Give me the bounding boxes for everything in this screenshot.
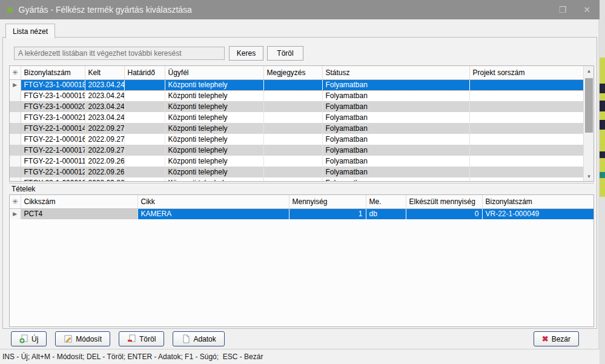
cell-ugyfel[interactable]: Központi telephely <box>165 101 263 112</box>
order-row[interactable]: FTGY-22-1-0000162022.09.27.Központi tele… <box>10 134 583 145</box>
maximize-button[interactable]: ❒ <box>555 2 570 18</box>
cell-kelt[interactable]: 2022.09.26. <box>85 177 124 182</box>
order-row[interactable]: FTGY-23-1-0000212023.04.24.Központi tele… <box>10 112 583 123</box>
cell-bizonylatszam[interactable]: FTGY-22-1-000011 <box>21 156 85 167</box>
order-row[interactable]: FTGY-23-1-0000202023.04.24.Központi tele… <box>10 101 583 112</box>
cell-hatarido[interactable] <box>124 101 165 112</box>
cell-kelt[interactable]: 2022.09.27. <box>85 145 124 156</box>
cell-kelt[interactable]: 2022.09.26. <box>85 167 124 177</box>
cell-kelt[interactable]: 2023.04.24. <box>85 112 124 123</box>
cell-hatarido[interactable] <box>124 90 165 101</box>
cell-cikk[interactable]: KAMERA <box>137 208 289 219</box>
cell-megjegyzes[interactable] <box>263 112 322 123</box>
data-button[interactable]: Adatok <box>173 331 224 346</box>
cell-kelt[interactable]: 2023.04.24. <box>85 79 124 90</box>
column-header[interactable]: Me. <box>366 195 406 208</box>
cell-bizonylatszam[interactable]: FTGY-23-1-000019 <box>21 90 85 101</box>
cell-bizonylatszam[interactable]: FTGY-22-1-000017 <box>21 145 85 156</box>
order-row[interactable]: FTGY-23-1-0000192023.04.24.Központi tele… <box>10 90 583 101</box>
cell-statusz[interactable]: Folyamatban <box>322 90 469 101</box>
cell-ugyfel[interactable]: Központi telephely <box>165 177 263 182</box>
order-row[interactable]: FTGY-22-1-0000172022.09.27.Központi tele… <box>10 145 583 156</box>
cell-ugyfel[interactable]: Központi telephely <box>165 156 263 167</box>
cell-me[interactable]: db <box>366 208 406 219</box>
cell-projekt[interactable] <box>469 134 583 145</box>
cell-kelt[interactable]: 2022.09.27. <box>85 134 124 145</box>
cell-statusz[interactable]: Folyamatban <box>322 145 469 156</box>
cell-kelt[interactable]: 2023.04.24. <box>85 101 124 112</box>
cell-statusz[interactable]: Folyamatban <box>322 101 469 112</box>
item-row[interactable]: ▶PCT4KAMERA1db0VR-22-1-000049 <box>10 208 593 219</box>
cell-statusz[interactable]: Folyamatban <box>322 79 469 90</box>
cell-hatarido[interactable] <box>124 156 165 167</box>
column-header[interactable]: Státusz <box>322 66 469 79</box>
cell-bizonylatszam[interactable]: FTGY-22-1-000012 <box>21 167 85 177</box>
cell-projekt[interactable] <box>469 112 583 123</box>
cell-hatarido[interactable] <box>124 134 165 145</box>
cell-megjegyzes[interactable] <box>263 101 322 112</box>
cell-megjegyzes[interactable] <box>263 123 322 134</box>
cell-bizonylatszam[interactable]: FTGY-23-1-000021 <box>21 112 85 123</box>
scroll-up-icon[interactable]: ▲ <box>584 66 594 76</box>
order-row[interactable]: ▶FTGY-23-1-0000182023.04.24.Központi tel… <box>10 79 583 90</box>
cell-projekt[interactable] <box>469 101 583 112</box>
cell-kelt[interactable]: 2023.04.24. <box>85 90 124 101</box>
cell-hatarido[interactable] <box>124 145 165 156</box>
cell-projekt[interactable] <box>469 145 583 156</box>
cell-bizonylatszam[interactable]: FTGY-22-1-000016 <box>21 134 85 145</box>
cell-hatarido[interactable] <box>124 167 165 177</box>
cell-projekt[interactable] <box>469 90 583 101</box>
cell-megjegyzes[interactable] <box>263 156 322 167</box>
column-header[interactable]: Bizonylatszám <box>21 66 85 79</box>
cell-megjegyzes[interactable] <box>263 90 322 101</box>
close-dialog-button[interactable]: ✖ Bezár <box>534 331 579 346</box>
cell-projekt[interactable] <box>469 123 583 134</box>
column-header[interactable]: Cikk <box>137 195 289 208</box>
cell-ugyfel[interactable]: Központi telephely <box>165 123 263 134</box>
cell-megjegyzes[interactable] <box>263 177 322 182</box>
clear-search-button[interactable]: Töröl <box>267 46 303 61</box>
cell-ugyfel[interactable]: Központi telephely <box>165 90 263 101</box>
column-header[interactable]: Mennyiség <box>289 195 366 208</box>
cell-statusz[interactable]: Folyamatban <box>322 112 469 123</box>
scrollbar-thumb[interactable] <box>585 78 593 133</box>
column-header[interactable]: Bizonylatszám <box>482 195 593 208</box>
cell-statusz[interactable]: Folyamatban <box>322 177 469 182</box>
cell-hatarido[interactable] <box>124 112 165 123</box>
cell-ugyfel[interactable]: Központi telephely <box>165 112 263 123</box>
cell-ugyfel[interactable]: Központi telephely <box>165 79 263 90</box>
cell-megjegyzes[interactable] <box>263 167 322 177</box>
cell-megjegyzes[interactable] <box>263 79 322 90</box>
cell-statusz[interactable]: Folyamatban <box>322 167 469 177</box>
order-row[interactable]: FTGY-22-1-0000112022.09.26.Központi tele… <box>10 156 583 167</box>
search-input[interactable]: A lekérdezett listában itt végezhet tová… <box>14 47 225 60</box>
cell-ugyfel[interactable]: Központi telephely <box>165 134 263 145</box>
column-header[interactable]: Határidő <box>124 66 165 79</box>
cell-hatarido[interactable] <box>124 79 165 90</box>
vertical-scrollbar[interactable]: ▲ ▼ <box>583 66 593 181</box>
cell-projekt[interactable] <box>469 79 583 90</box>
order-row[interactable]: FTGY-22-1-0000142022.09.27.Központi tele… <box>10 123 583 134</box>
cell-ugyfel[interactable]: Központi telephely <box>165 145 263 156</box>
cell-statusz[interactable]: Folyamatban <box>322 134 469 145</box>
cell-cikkszam[interactable]: PCT4 <box>21 208 137 219</box>
cell-statusz[interactable]: Folyamatban <box>322 156 469 167</box>
column-header[interactable]: Cikkszám <box>21 195 137 208</box>
cell-bizonylatszam[interactable]: FTGY-22-1-000013 <box>21 177 85 182</box>
cell-ugyfel[interactable]: Központi telephely <box>165 167 263 177</box>
cell-megjegyzes[interactable] <box>263 134 322 145</box>
new-button[interactable]: Új <box>11 331 47 346</box>
column-header[interactable]: Ügyfél <box>165 66 263 79</box>
cell-bizonylatszam[interactable]: FTGY-23-1-000018 <box>21 79 85 90</box>
cell-projekt[interactable] <box>469 156 583 167</box>
cell-megjegyzes[interactable] <box>263 145 322 156</box>
cell-statusz[interactable]: Folyamatban <box>322 123 469 134</box>
tab-lista-nezet[interactable]: Lista nézet <box>5 24 55 38</box>
cell-bizonylatszam[interactable]: FTGY-23-1-000020 <box>21 101 85 112</box>
cell-hatarido[interactable] <box>124 123 165 134</box>
order-row[interactable]: FTGY-22-1-0000132022.09.26.Központi tele… <box>10 177 583 182</box>
cell-hatarido[interactable] <box>124 177 165 182</box>
cell-projekt[interactable] <box>469 167 583 177</box>
cell-mennyiseg[interactable]: 1 <box>289 208 366 219</box>
column-header[interactable]: Megjegyzés <box>263 66 322 79</box>
